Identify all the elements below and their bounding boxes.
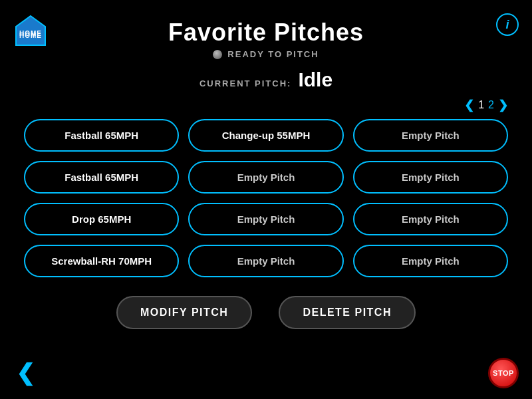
back-arrow[interactable]: ❮ [16, 359, 35, 386]
empty-pitch-button[interactable]: Empty Pitch [353, 119, 508, 152]
empty-pitch-button[interactable]: Empty Pitch [353, 245, 508, 277]
page-1[interactable]: 1 [478, 99, 484, 111]
bottom-row: MODIFY PITCH DELETE PITCH [0, 296, 532, 329]
empty-pitch-button[interactable]: Empty Pitch [188, 203, 343, 235]
info-button[interactable]: i [496, 13, 519, 36]
empty-pitch-button[interactable]: Empty Pitch [188, 161, 343, 194]
pitch-button[interactable]: Change-up 55MPH [188, 119, 343, 152]
current-pitch-row: CURRENT PITCH: Idle [0, 68, 532, 91]
current-pitch-label: CURRENT PITCH: [200, 78, 292, 88]
page-header: Favorite Pitches READY TO PITCH [0, 0, 532, 59]
empty-pitch-button[interactable]: Empty Pitch [353, 203, 508, 235]
stop-button[interactable]: STOP [488, 358, 519, 388]
pitch-button[interactable]: Screwball-RH 70MPH [24, 245, 179, 277]
page-2[interactable]: 2 [488, 99, 494, 111]
pitch-button[interactable]: Drop 65MPH [24, 203, 179, 235]
pitch-grid: Fastball 65MPHChange-up 55MPHEmpty Pitch… [24, 119, 508, 277]
page-next-arrow[interactable]: ❯ [498, 98, 508, 112]
current-pitch-value: Idle [298, 68, 332, 91]
pagination: ❮ 1 2 ❯ [0, 98, 532, 112]
delete-pitch-button[interactable]: DELETE PITCH [279, 296, 416, 329]
modify-pitch-button[interactable]: MODIFY PITCH [116, 296, 252, 329]
status-dot [213, 50, 222, 59]
pitch-button[interactable]: Fastball 65MPH [24, 161, 179, 194]
page-title: Favorite Pitches [0, 19, 532, 47]
ready-row: READY TO PITCH [0, 49, 532, 59]
page-prev-arrow[interactable]: ❮ [464, 98, 474, 112]
ready-label: READY TO PITCH [227, 49, 319, 59]
empty-pitch-button[interactable]: Empty Pitch [353, 161, 508, 194]
pitch-button[interactable]: Fastball 65MPH [24, 119, 179, 152]
empty-pitch-button[interactable]: Empty Pitch [188, 245, 343, 277]
